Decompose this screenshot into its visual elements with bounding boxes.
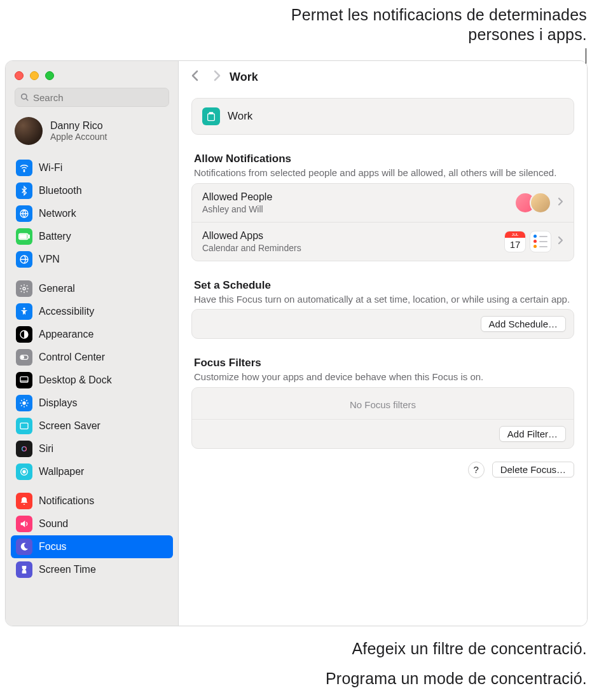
svg-rect-6 bbox=[20, 235, 27, 238]
wifi-icon bbox=[16, 160, 32, 176]
callout-top: Permet les notificacions de determinades… bbox=[256, 5, 587, 45]
window-controls bbox=[6, 66, 178, 88]
sidebar-item-general[interactable]: General bbox=[11, 277, 173, 300]
svg-line-1 bbox=[26, 99, 29, 101]
sidebar-item-label: Accessibility bbox=[39, 306, 94, 317]
schedule-title: Set a Schedule bbox=[194, 279, 572, 292]
svg-line-20 bbox=[21, 400, 22, 401]
svg-line-23 bbox=[26, 400, 27, 401]
sidebar: Danny Rico Apple Account Wi-FiBluetoothN… bbox=[6, 61, 179, 626]
svg-point-9 bbox=[23, 308, 25, 310]
sidebar-item-label: Displays bbox=[39, 397, 77, 409]
appear-icon bbox=[16, 326, 32, 343]
delete-focus-button[interactable]: Delete Focus… bbox=[492, 462, 574, 477]
svg-point-15 bbox=[22, 401, 25, 404]
sidebar-item-control-center[interactable]: Control Center bbox=[11, 346, 173, 369]
allowed-apps-row[interactable]: Allowed Apps Calendar and Reminders JUL … bbox=[192, 223, 574, 261]
work-focus-icon bbox=[202, 107, 220, 125]
sidebar-item-label: Notifications bbox=[39, 495, 94, 507]
gear-icon bbox=[16, 280, 32, 297]
sidebar-item-bluetooth[interactable]: Bluetooth bbox=[11, 179, 173, 202]
svg-point-25 bbox=[20, 445, 28, 453]
search-icon bbox=[20, 93, 29, 102]
globe-icon bbox=[16, 205, 32, 222]
acc-icon bbox=[16, 303, 32, 320]
sidebar-item-label: VPN bbox=[39, 254, 60, 265]
settings-window: Danny Rico Apple Account Wi-FiBluetoothN… bbox=[5, 60, 588, 626]
back-button[interactable] bbox=[191, 70, 199, 85]
bt-icon bbox=[16, 182, 32, 199]
sidebar-item-label: Screen Saver bbox=[39, 420, 100, 432]
search-input[interactable] bbox=[33, 92, 163, 103]
allow-list: Allowed People Ashley and Will bbox=[191, 183, 574, 261]
sidebar-item-displays[interactable]: Displays bbox=[11, 392, 173, 415]
wall-icon bbox=[16, 463, 32, 480]
svg-point-12 bbox=[21, 356, 24, 359]
schedule-sub: Have this Focus turn on automatically at… bbox=[194, 293, 572, 306]
sidebar-item-appearance[interactable]: Appearance bbox=[11, 323, 173, 346]
sidebar-item-label: Sound bbox=[39, 518, 68, 530]
allowed-people-row[interactable]: Allowed People Ashley and Will bbox=[192, 184, 574, 223]
sidebar-item-label: Siri bbox=[39, 443, 53, 455]
svg-rect-30 bbox=[208, 114, 215, 121]
sidebar-item-desktop-dock[interactable]: Desktop & Dock bbox=[11, 369, 173, 392]
svg-point-0 bbox=[22, 94, 27, 99]
sidebar-item-wi-fi[interactable]: Wi-Fi bbox=[11, 156, 173, 179]
forward-button[interactable] bbox=[213, 70, 221, 85]
help-button[interactable]: ? bbox=[468, 462, 485, 478]
svg-rect-13 bbox=[20, 377, 28, 383]
sidebar-item-label: Focus bbox=[39, 541, 67, 552]
disp-icon bbox=[16, 395, 32, 411]
reminders-app-icon bbox=[530, 231, 551, 252]
people-avatars bbox=[514, 192, 551, 214]
sidebar-item-focus[interactable]: Focus bbox=[11, 535, 173, 558]
sidebar-item-accessibility[interactable]: Accessibility bbox=[11, 300, 173, 323]
schedule-card: Add Schedule… bbox=[191, 309, 574, 339]
zoom-button[interactable] bbox=[45, 71, 54, 80]
allowed-apps-title: Allowed Apps bbox=[202, 230, 504, 242]
add-schedule-button[interactable]: Add Schedule… bbox=[481, 316, 566, 332]
sidebar-item-wallpaper[interactable]: Wallpaper bbox=[11, 460, 173, 483]
sidebar-item-label: Battery bbox=[39, 231, 71, 242]
svg-line-21 bbox=[26, 405, 27, 406]
callout-add-filter: Afegeix un filtre de concentració. bbox=[352, 639, 587, 659]
search-field[interactable] bbox=[15, 88, 169, 107]
filters-card: No Focus filters Add Filter… bbox=[191, 387, 574, 449]
sidebar-item-label: Wi-Fi bbox=[39, 162, 62, 174]
sidebar-item-label: Network bbox=[39, 208, 76, 219]
focus-header-card[interactable]: Work bbox=[191, 98, 574, 135]
sidebar-item-network[interactable]: Network bbox=[11, 202, 173, 225]
sidebar-item-vpn[interactable]: VPN bbox=[11, 248, 173, 271]
allow-section-header: Allow Notifications Notifications from s… bbox=[194, 153, 572, 179]
sidebar-item-siri[interactable]: Siri bbox=[11, 437, 173, 460]
sidebar-item-sound[interactable]: Sound bbox=[11, 512, 173, 535]
add-filter-button[interactable]: Add Filter… bbox=[499, 426, 566, 442]
allow-title: Allow Notifications bbox=[194, 153, 572, 165]
cc-icon bbox=[16, 349, 32, 366]
page-title: Work bbox=[230, 71, 258, 84]
calendar-app-icon: JUL 17 bbox=[504, 231, 526, 252]
apple-account-row[interactable]: Danny Rico Apple Account bbox=[6, 116, 178, 153]
siri-icon bbox=[16, 441, 32, 457]
svg-point-2 bbox=[24, 171, 25, 172]
sidebar-item-screen-time[interactable]: Screen Time bbox=[11, 558, 173, 581]
allowed-people-title: Allowed People bbox=[202, 191, 514, 203]
avatar bbox=[15, 117, 43, 145]
close-button[interactable] bbox=[15, 71, 24, 80]
svg-line-22 bbox=[21, 405, 22, 406]
chevron-right-icon bbox=[558, 196, 563, 209]
allowed-people-sub: Ashley and Will bbox=[202, 204, 514, 214]
sidebar-item-notifications[interactable]: Notifications bbox=[11, 490, 173, 512]
focus-name: Work bbox=[228, 110, 252, 123]
app-icons: JUL 17 bbox=[504, 231, 551, 252]
sidebar-item-battery[interactable]: Battery bbox=[11, 225, 173, 248]
account-sub: Apple Account bbox=[50, 132, 107, 142]
st-icon bbox=[16, 561, 32, 578]
sidebar-item-screen-saver[interactable]: Screen Saver bbox=[11, 415, 173, 437]
sidebar-item-label: Appearance bbox=[39, 329, 93, 340]
sidebar-item-label: Bluetooth bbox=[39, 185, 82, 196]
minimize-button[interactable] bbox=[30, 71, 39, 80]
svg-rect-24 bbox=[20, 423, 28, 429]
focus-icon bbox=[16, 539, 32, 555]
account-name: Danny Rico bbox=[50, 120, 107, 132]
